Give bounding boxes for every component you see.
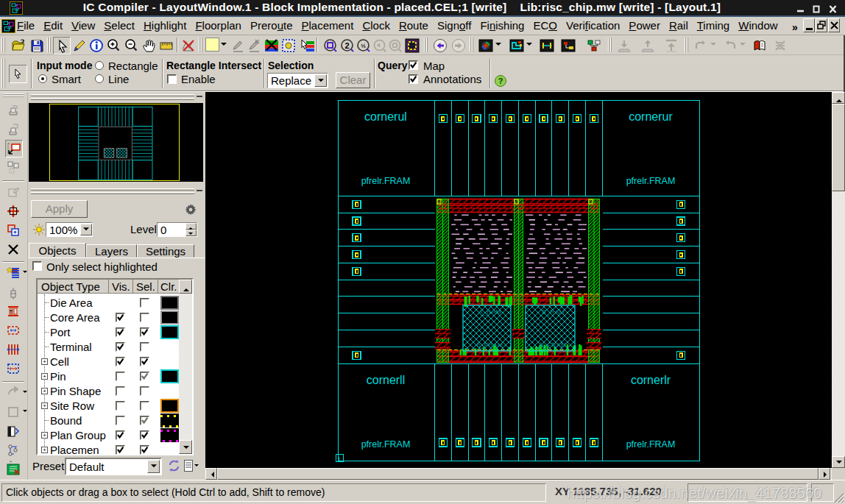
- svg-text:pfrelr.FRAM: pfrelr.FRAM: [361, 176, 411, 186]
- svg-text:pfrelr.FRAM: pfrelr.FRAM: [361, 439, 411, 450]
- svg-text:B_RAM: B_RAM: [542, 308, 565, 316]
- svg-text:b_FRAM: b_FRAM: [540, 341, 567, 349]
- svg-text:b_FRAM: b_FRAM: [477, 341, 503, 349]
- svg-text:t: t: [339, 456, 340, 461]
- svg-text:cornerlr: cornerlr: [631, 374, 671, 386]
- svg-text:pfrelr.FRAM: pfrelr.FRAM: [626, 439, 676, 450]
- svg-text:A_RAM: A_RAM: [478, 308, 501, 316]
- svg-text:2: 2: [344, 41, 349, 50]
- svg-text:cornerll: cornerll: [367, 374, 405, 386]
- svg-text:cornerur: cornerur: [629, 110, 673, 123]
- svg-text:½: ½: [361, 43, 366, 49]
- svg-text:cornerul: cornerul: [364, 110, 407, 123]
- svg-text:pfrelr.FRAM: pfrelr.FRAM: [626, 176, 676, 186]
